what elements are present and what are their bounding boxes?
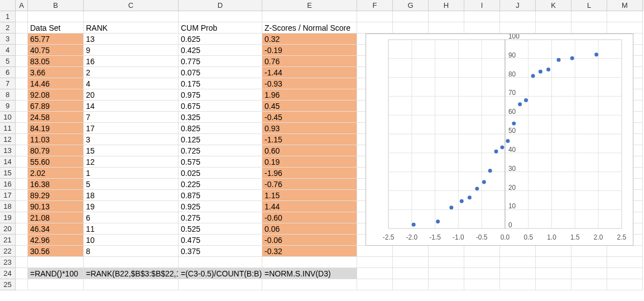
row-15[interactable]: 15	[0, 168, 16, 179]
cell-F24[interactable]	[357, 268, 393, 279]
cell-A4[interactable]	[16, 45, 28, 56]
row-2[interactable]: 2	[0, 22, 16, 34]
cell-J24[interactable]	[500, 268, 536, 279]
cell-G22[interactable]	[393, 246, 429, 257]
cell-E11[interactable]: 0.93	[262, 123, 357, 134]
cell-C11[interactable]: 17	[84, 123, 179, 134]
cell-K25[interactable]	[536, 279, 571, 290]
row-3[interactable]: 3	[0, 34, 16, 45]
cell-C21[interactable]: 10	[84, 235, 179, 246]
cell-I22[interactable]	[464, 246, 500, 257]
cell-E6[interactable]: -1.44	[262, 67, 357, 78]
row-11[interactable]: 11	[0, 123, 16, 134]
cell-D23[interactable]	[179, 257, 262, 268]
cell-D9[interactable]: 0.675	[179, 101, 262, 112]
cell-B7[interactable]: 14.46	[28, 78, 84, 89]
cell-B8[interactable]: 92.08	[28, 89, 84, 101]
cell-D2[interactable]: CUM Prob	[179, 22, 262, 34]
cell-L1[interactable]	[571, 11, 607, 22]
cell-B2[interactable]: Data Set	[28, 22, 84, 34]
cell-A25[interactable]	[16, 279, 28, 290]
cell-B14[interactable]: 55.60	[28, 156, 84, 168]
cell-I2[interactable]	[464, 22, 500, 34]
col-D[interactable]: D	[179, 0, 262, 11]
cell-H24[interactable]	[429, 268, 464, 279]
row-6[interactable]: 6	[0, 67, 16, 78]
cell-C4[interactable]: 9	[84, 45, 179, 56]
cell-M22[interactable]	[607, 246, 643, 257]
cell-J25[interactable]	[500, 279, 536, 290]
cell-L25[interactable]	[571, 279, 607, 290]
cell-D18[interactable]: 0.925	[179, 201, 262, 212]
scatter-chart[interactable]: 0102030405060708090100-2.5-2.0-1.5-1.0-0…	[366, 34, 633, 246]
cell-D12[interactable]: 0.125	[179, 134, 262, 145]
cell-A5[interactable]	[16, 56, 28, 67]
cell-B1[interactable]	[28, 11, 84, 22]
cell-D19[interactable]: 0.275	[179, 212, 262, 223]
cell-B3[interactable]: 65.77	[28, 34, 84, 45]
cell-F25[interactable]	[357, 279, 393, 290]
cell-C10[interactable]: 7	[84, 112, 179, 123]
cell-M1[interactable]	[607, 11, 643, 22]
cell-C23[interactable]	[84, 257, 179, 268]
cell-E2[interactable]: Z-Scores / Normal Score	[262, 22, 357, 34]
col-H[interactable]: H	[429, 0, 464, 11]
cell-A12[interactable]	[16, 134, 28, 145]
cell-H2[interactable]	[429, 22, 464, 34]
cell-L22[interactable]	[571, 246, 607, 257]
cell-B4[interactable]: 40.75	[28, 45, 84, 56]
row-21[interactable]: 21	[0, 235, 16, 246]
cell-B19[interactable]: 21.08	[28, 212, 84, 223]
cell-D10[interactable]: 0.325	[179, 112, 262, 123]
cell-C20[interactable]: 11	[84, 223, 179, 235]
cell-G24[interactable]	[393, 268, 429, 279]
cell-E4[interactable]: -0.19	[262, 45, 357, 56]
cell-E1[interactable]	[262, 11, 357, 22]
cell-C16[interactable]: 5	[84, 179, 179, 190]
cell-E22[interactable]: -0.32	[262, 246, 357, 257]
cell-I23[interactable]	[464, 257, 500, 268]
cell-B9[interactable]: 67.89	[28, 101, 84, 112]
row-10[interactable]: 10	[0, 112, 16, 123]
cell-D11[interactable]: 0.825	[179, 123, 262, 134]
cell-D17[interactable]: 0.875	[179, 190, 262, 201]
cell-A3[interactable]	[16, 34, 28, 45]
cell-H22[interactable]	[429, 246, 464, 257]
row-7[interactable]: 7	[0, 78, 16, 89]
cell-B24[interactable]: =RAND()*100	[28, 268, 84, 279]
cell-D25[interactable]	[179, 279, 262, 290]
col-F[interactable]: F	[357, 0, 393, 11]
cell-A16[interactable]	[16, 179, 28, 190]
cell-B6[interactable]: 3.66	[28, 67, 84, 78]
cell-G23[interactable]	[393, 257, 429, 268]
cell-D24[interactable]: =(C3-0.5)/COUNT(B:B)	[179, 268, 262, 279]
cell-C24[interactable]: =RANK(B22,$B$3:$B$22,1)	[84, 268, 179, 279]
cell-E3[interactable]: 0.32	[262, 34, 357, 45]
cell-H25[interactable]	[429, 279, 464, 290]
cell-B18[interactable]: 90.13	[28, 201, 84, 212]
cell-D15[interactable]: 0.025	[179, 168, 262, 179]
row-19[interactable]: 19	[0, 212, 16, 223]
cell-C12[interactable]: 3	[84, 134, 179, 145]
cell-I24[interactable]	[464, 268, 500, 279]
cell-D21[interactable]: 0.475	[179, 235, 262, 246]
cell-A10[interactable]	[16, 112, 28, 123]
cell-J23[interactable]	[500, 257, 536, 268]
cell-G25[interactable]	[393, 279, 429, 290]
cell-B16[interactable]: 16.38	[28, 179, 84, 190]
cell-D3[interactable]: 0.625	[179, 34, 262, 45]
row-8[interactable]: 8	[0, 89, 16, 101]
cell-E19[interactable]: -0.60	[262, 212, 357, 223]
cell-E20[interactable]: 0.06	[262, 223, 357, 235]
row-25[interactable]: 25	[0, 279, 16, 290]
cell-I25[interactable]	[464, 279, 500, 290]
col-C[interactable]: C	[84, 0, 179, 11]
cell-B22[interactable]: 30.56	[28, 246, 84, 257]
cell-D4[interactable]: 0.425	[179, 45, 262, 56]
row-16[interactable]: 16	[0, 179, 16, 190]
cell-E5[interactable]: 0.76	[262, 56, 357, 67]
cell-F23[interactable]	[357, 257, 393, 268]
cell-E8[interactable]: 1.96	[262, 89, 357, 101]
cell-B10[interactable]: 24.58	[28, 112, 84, 123]
cell-B17[interactable]: 89.29	[28, 190, 84, 201]
